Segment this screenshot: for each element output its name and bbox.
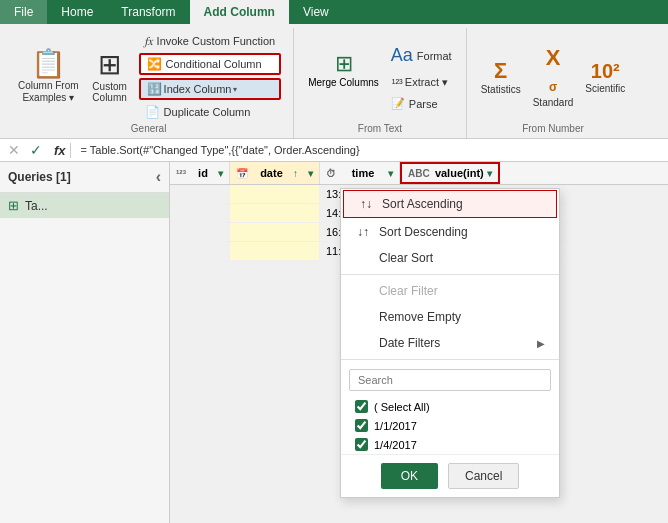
format-button[interactable]: Aa Format — [385, 41, 458, 70]
conditional-column-label: Conditional Column — [166, 58, 262, 70]
from-number-label: From Number — [522, 123, 584, 136]
parse-button[interactable]: 📝 Parse — [385, 95, 458, 112]
accept-formula-icon[interactable]: ✓ — [28, 142, 44, 158]
custom-column-button[interactable]: ⊞ CustomColumn — [85, 47, 135, 107]
query-icon: ⊞ — [8, 198, 19, 213]
ribbon-content: 📋 Column FromExamples ▾ ⊞ CustomColumn 𝑓… — [0, 24, 668, 139]
custom-column-label: CustomColumn — [92, 81, 126, 103]
ribbon-group-from-text: ⊞ Merge Columns Aa Format ¹²³ Extract ▾ … — [294, 28, 466, 138]
checkbox-select-all-label: ( Select All) — [374, 401, 430, 413]
checkbox-date-1-label: 1/1/2017 — [374, 420, 417, 432]
tab-add-column[interactable]: Add Column — [190, 0, 289, 24]
from-number-buttons: Σ Statistics Xσ Standard 10² Scientific — [475, 30, 632, 123]
value-filter-icon[interactable]: ▾ — [487, 168, 492, 179]
menu-divider-2 — [341, 359, 559, 360]
date-filters-item[interactable]: Date Filters ▶ — [341, 330, 559, 356]
sort-descending-item[interactable]: ↓↑ Sort Descending — [341, 219, 559, 245]
checkbox-select-all-input[interactable] — [355, 400, 368, 413]
statistics-label: Statistics — [481, 84, 521, 95]
clear-sort-item[interactable]: Clear Sort — [341, 245, 559, 271]
time-filter-icon[interactable]: ▾ — [388, 168, 393, 179]
extract-icon: ¹²³ — [392, 77, 403, 89]
cancel-formula-icon[interactable]: ✕ — [6, 142, 22, 158]
cell-date-2 — [230, 204, 320, 222]
clear-sort-label: Clear Sort — [379, 251, 433, 265]
duplicate-column-button[interactable]: 📄 Duplicate Column — [139, 103, 282, 121]
tab-file[interactable]: File — [0, 0, 47, 24]
ribbon: File Home Transform Add Column View — [0, 0, 668, 24]
tab-view[interactable]: View — [289, 0, 343, 24]
column-from-examples-button[interactable]: 📋 Column FromExamples ▾ — [12, 47, 85, 107]
cell-date-1 — [230, 185, 320, 203]
merge-columns-icon: ⊞ — [335, 51, 353, 77]
checkbox-date-2-label: 1/4/2017 — [374, 439, 417, 451]
cell-id-4 — [170, 242, 230, 260]
ribbon-group-general: 📋 Column FromExamples ▾ ⊞ CustomColumn 𝑓… — [4, 28, 294, 138]
grid-header: ¹²³ id ▾ 📅 date ↑ ▾ ⏱ time ▾ ABC value(i… — [170, 162, 668, 185]
parse-icon: 📝 — [391, 97, 405, 110]
sidebar-item-query[interactable]: ⊞ Ta... — [0, 193, 169, 218]
time-label: time — [352, 167, 375, 179]
context-menu: ↑↓ Sort Ascending ↓↑ Sort Descending Cle… — [340, 188, 560, 498]
date-filters-label: Date Filters — [379, 336, 440, 350]
remove-empty-label: Remove Empty — [379, 310, 461, 324]
cell-id-1 — [170, 185, 230, 203]
duplicate-icon: 📄 — [145, 105, 160, 119]
sidebar-header: Queries [1] ‹ — [0, 162, 169, 193]
sort-descending-label: Sort Descending — [379, 225, 468, 239]
filter-search-input[interactable] — [349, 369, 551, 391]
sort-ascending-label: Sort Ascending — [382, 197, 463, 211]
query-label: Ta... — [25, 199, 48, 213]
checkbox-date-1[interactable]: 1/1/2017 — [341, 416, 559, 435]
col-header-value[interactable]: ABC value(int) ▾ — [400, 162, 500, 184]
column-from-examples-icon: 📋 — [31, 50, 66, 78]
statistics-button[interactable]: Σ Statistics — [475, 47, 527, 107]
scientific-button[interactable]: 10² Scientific — [579, 47, 631, 107]
index-icon: 🔢 — [147, 82, 162, 96]
scientific-label: Scientific — [585, 83, 625, 94]
ok-button[interactable]: OK — [381, 463, 438, 489]
merge-columns-label: Merge Columns — [308, 77, 379, 89]
cancel-button[interactable]: Cancel — [448, 463, 519, 489]
conditional-column-button[interactable]: 🔀 Conditional Column — [139, 53, 282, 75]
extract-label: Extract ▾ — [405, 76, 448, 89]
sidebar-toggle-button[interactable]: ‹ — [156, 168, 161, 186]
checkbox-select-all[interactable]: ( Select All) — [341, 397, 559, 416]
sort-ascending-item[interactable]: ↑↓ Sort Ascending — [343, 190, 557, 218]
sidebar: Queries [1] ‹ ⊞ Ta... — [0, 162, 170, 523]
checkbox-date-2[interactable]: 1/4/2017 — [341, 435, 559, 454]
extract-button[interactable]: ¹²³ Extract ▾ — [385, 73, 458, 92]
date-label: date — [260, 167, 283, 179]
scientific-icon: 10² — [591, 60, 620, 83]
clear-filter-item: Clear Filter — [341, 278, 559, 304]
id-type-icon: ¹²³ — [176, 168, 186, 179]
index-column-chevron: ▾ — [233, 85, 237, 94]
general-big-buttons: 📋 Column FromExamples ▾ ⊞ CustomColumn 𝑓… — [12, 30, 285, 123]
checkbox-date-1-input[interactable] — [355, 419, 368, 432]
tab-transform[interactable]: Transform — [107, 0, 189, 24]
index-column-button[interactable]: 🔢 Index Column ▾ — [139, 78, 282, 100]
date-filter-icon[interactable]: ▾ — [308, 168, 313, 179]
remove-empty-item[interactable]: Remove Empty — [341, 304, 559, 330]
from-text-buttons: ⊞ Merge Columns Aa Format ¹²³ Extract ▾ … — [302, 30, 457, 123]
cell-date-4 — [230, 242, 320, 260]
merge-columns-button[interactable]: ⊞ Merge Columns — [302, 47, 385, 107]
time-type-icon: ⏱ — [326, 168, 336, 179]
tab-home[interactable]: Home — [47, 0, 107, 24]
index-column-label: Index Column — [164, 83, 232, 95]
col-header-time[interactable]: ⏱ time ▾ — [320, 162, 400, 184]
formula-bar: ✕ ✓ fx = Table.Sort(#"Changed Type",{{"d… — [0, 139, 668, 162]
clear-filter-label: Clear Filter — [379, 284, 438, 298]
invoke-custom-function-button[interactable]: 𝑓𝑥 Invoke Custom Function — [139, 32, 282, 50]
menu-footer: OK Cancel — [341, 454, 559, 497]
checkbox-date-2-input[interactable] — [355, 438, 368, 451]
col-header-date[interactable]: 📅 date ↑ ▾ — [230, 162, 320, 184]
col-header-id[interactable]: ¹²³ id ▾ — [170, 162, 230, 184]
duplicate-column-label: Duplicate Column — [164, 106, 251, 118]
invoke-label: Invoke Custom Function — [157, 35, 276, 47]
standard-icon: Xσ — [546, 45, 561, 97]
standard-button[interactable]: Xσ Standard — [527, 47, 580, 107]
menu-divider-1 — [341, 274, 559, 275]
id-filter-icon[interactable]: ▾ — [218, 168, 223, 179]
date-sort-icon[interactable]: ↑ — [293, 168, 298, 179]
